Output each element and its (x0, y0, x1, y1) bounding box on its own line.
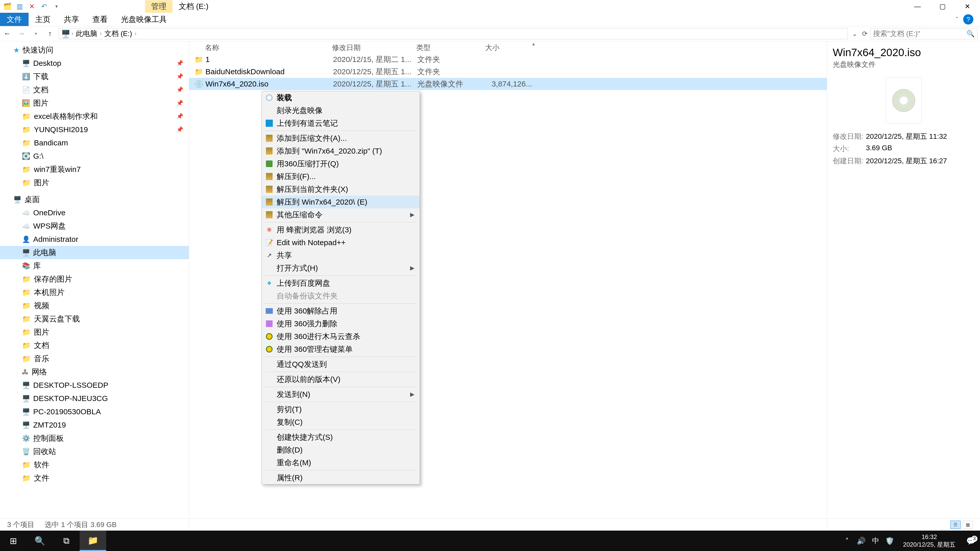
file-row[interactable]: 📁 1 2020/12/15, 星期二 1... 文件夹 (189, 53, 827, 65)
chevron-right-icon[interactable]: › (70, 30, 74, 37)
tree-win7reinstall[interactable]: 📁win7重装win7 (0, 163, 189, 176)
maximize-button[interactable]: ▢ (930, 0, 955, 13)
ribbon-expand-icon[interactable]: ˇ (956, 16, 958, 24)
view-details-button[interactable]: ☰ (950, 521, 961, 529)
taskbar-search-button[interactable]: 🔍 (27, 530, 53, 551)
tree-desktop[interactable]: 🖥️Desktop📌 (0, 57, 189, 70)
file-row[interactable]: 📁 BaiduNetdiskDownload 2020/12/25, 星期五 1… (189, 65, 827, 78)
ctx-mount[interactable]: 装载 (262, 91, 420, 104)
task-view-button[interactable]: ⧉ (53, 530, 80, 551)
tree-lib-localpics[interactable]: 📁本机照片 (0, 286, 189, 299)
taskbar-clock[interactable]: 16:32 2020/12/25, 星期五 (897, 533, 962, 548)
crumb-folder[interactable]: 文档 (E:) (103, 29, 134, 38)
tree-net-2[interactable]: 🖥️DESKTOP-NJEU3CG (0, 392, 189, 405)
tree-wps[interactable]: ☁️WPS网盘 (0, 219, 189, 233)
tree-administrator[interactable]: 👤Administrator (0, 233, 189, 246)
tree-pictures2[interactable]: 📁图片 (0, 176, 189, 189)
action-center-button[interactable]: 💬3 (962, 537, 980, 545)
ctx-360-unlock[interactable]: 使用 360解除占用 (262, 305, 420, 318)
tab-home[interactable]: 主页 (29, 13, 57, 26)
tree-net-4[interactable]: 🖥️ZMT2019 (0, 418, 189, 432)
tree-net-3[interactable]: 🖥️PC-20190530OBLA (0, 405, 189, 418)
ctx-360-menu[interactable]: 使用 360管理右键菜单 (262, 343, 420, 356)
tree-pictures[interactable]: 🖼️图片📌 (0, 97, 189, 110)
ctx-burn[interactable]: 刻录光盘映像 (262, 104, 420, 117)
tree-control-panel[interactable]: ⚙️控制面板 (0, 432, 189, 445)
tab-disc-tools[interactable]: 光盘映像工具 (115, 13, 173, 26)
refresh-icon[interactable]: ⟳ (862, 30, 868, 38)
tree-pin-yunqishi[interactable]: 📁YUNQISHI2019📌 (0, 123, 189, 136)
ctx-cut[interactable]: 剪切(T) (262, 403, 420, 416)
tree-downloads[interactable]: ⬇️下载📌 (0, 70, 189, 83)
tab-file[interactable]: 文件 (0, 13, 29, 26)
view-icons-button[interactable]: ▦ (963, 521, 973, 529)
tree-library[interactable]: 📚库 (0, 259, 189, 272)
taskbar-explorer[interactable]: 📁 (80, 530, 106, 551)
qat-props-icon[interactable]: ▥ (15, 2, 24, 11)
minimize-button[interactable]: — (905, 0, 930, 13)
tab-view[interactable]: 查看 (86, 13, 115, 26)
col-size[interactable]: 大小 (485, 43, 531, 52)
ctx-copy[interactable]: 复制(C) (262, 416, 420, 429)
crumb-thispc[interactable]: 此电脑 (74, 29, 99, 38)
ctx-add-archive[interactable]: 添加到压缩文件(A)... (262, 132, 420, 144)
ctx-extract-to[interactable]: 解压到(F)... (262, 170, 420, 183)
file-row-selected[interactable]: 💿 Win7x64_2020.iso 2020/12/25, 星期五 1... … (189, 78, 827, 90)
ctx-qq-send[interactable]: 通过QQ发送到 (262, 358, 420, 371)
tree-lib-pics[interactable]: 📁图片 (0, 326, 189, 339)
tree-documents[interactable]: 📄文档📌 (0, 83, 189, 97)
ctx-rename[interactable]: 重命名(M) (262, 456, 420, 469)
nav-up-button[interactable]: ↑ (43, 26, 57, 41)
search-icon[interactable]: 🔍 (966, 30, 975, 38)
tree-desktop-root[interactable]: 🖥️桌面 (0, 193, 189, 206)
tray-shield-icon[interactable]: 🛡️ (883, 537, 897, 545)
ctx-open-with[interactable]: 打开方式(H)▶ (262, 262, 420, 275)
tab-share[interactable]: 共享 (57, 13, 86, 26)
address-dropdown-icon[interactable]: ⌄ (852, 30, 858, 38)
ctx-youdao[interactable]: 上传到有道云笔记 (262, 117, 420, 130)
ctx-share[interactable]: ↗共享 (262, 249, 420, 262)
chevron-right-icon[interactable]: › (99, 30, 103, 37)
address-bar[interactable]: 🖥️ › 此电脑 › 文档 (E:) › (59, 28, 848, 39)
nav-forward-button[interactable]: → (14, 26, 29, 41)
start-button[interactable]: ⊞ (0, 530, 27, 551)
ctx-properties[interactable]: 属性(R) (262, 472, 420, 484)
close-button[interactable]: ✕ (955, 0, 980, 13)
ctx-send-to[interactable]: 发送到(N)▶ (262, 388, 420, 401)
ctx-other-zip[interactable]: 其他压缩命令▶ (262, 208, 420, 221)
ctx-honey-browser[interactable]: ❋用 蜂蜜浏览器 浏览(3) (262, 224, 420, 236)
chevron-right-icon[interactable]: › (134, 30, 138, 37)
ctx-360-force-delete[interactable]: 使用 360强力删除 (262, 318, 420, 330)
help-button[interactable]: ? (963, 14, 974, 24)
qat-undo-icon[interactable]: ↶ (40, 2, 48, 11)
tray-ime-icon[interactable]: 中 (869, 536, 883, 546)
tree-quick-access[interactable]: ★快速访问 (0, 43, 189, 57)
nav-recent-dropdown[interactable]: ▾ (29, 26, 43, 41)
search-box[interactable]: 🔍 (870, 28, 977, 39)
qat-delete-icon[interactable]: ✕ (27, 2, 36, 11)
tree-drive-g[interactable]: 💽G:\ (0, 149, 189, 163)
search-input[interactable] (873, 30, 966, 38)
tree-net-1[interactable]: 🖥️DESKTOP-LSSOEDP (0, 379, 189, 392)
ctx-open-360zip[interactable]: 用360压缩打开(Q) (262, 157, 420, 170)
tree-bandicam[interactable]: 📁Bandicam (0, 136, 189, 149)
tree-recycle-bin[interactable]: 🗑️回收站 (0, 445, 189, 458)
tree-lib-video[interactable]: 📁视频 (0, 299, 189, 312)
ctx-restore-versions[interactable]: 还原以前的版本(V) (262, 373, 420, 386)
tree-lib-docs[interactable]: 📁文档 (0, 339, 189, 352)
nav-back-button[interactable]: ← (0, 26, 14, 41)
tree-lib-music[interactable]: 📁音乐 (0, 352, 189, 365)
tray-volume-icon[interactable]: 🔊 (854, 537, 869, 545)
ctx-add-zip[interactable]: 添加到 "Win7x64_2020.zip" (T) (262, 144, 420, 157)
tray-chevron-up-icon[interactable]: ˄ (840, 537, 854, 545)
tree-network[interactable]: 🖧网络 (0, 365, 189, 379)
ctx-notepadpp[interactable]: 📝Edit with Notepad++ (262, 236, 420, 249)
col-date[interactable]: 修改日期 (332, 43, 416, 52)
tree-pin-excel[interactable]: 📁excel表格制作求和📌 (0, 110, 189, 123)
tree-lib-tianyi[interactable]: 📁天翼云盘下载 (0, 312, 189, 326)
ctx-extract-here[interactable]: 解压到当前文件夹(X) (262, 183, 420, 196)
ctx-extract-named[interactable]: 解压到 Win7x64_2020\ (E) (262, 196, 420, 208)
tree-lib-savedpics[interactable]: 📁保存的图片 (0, 272, 189, 286)
tree-software[interactable]: 📁软件 (0, 458, 189, 472)
tree-thispc[interactable]: 🖥️此电脑 (0, 246, 189, 259)
